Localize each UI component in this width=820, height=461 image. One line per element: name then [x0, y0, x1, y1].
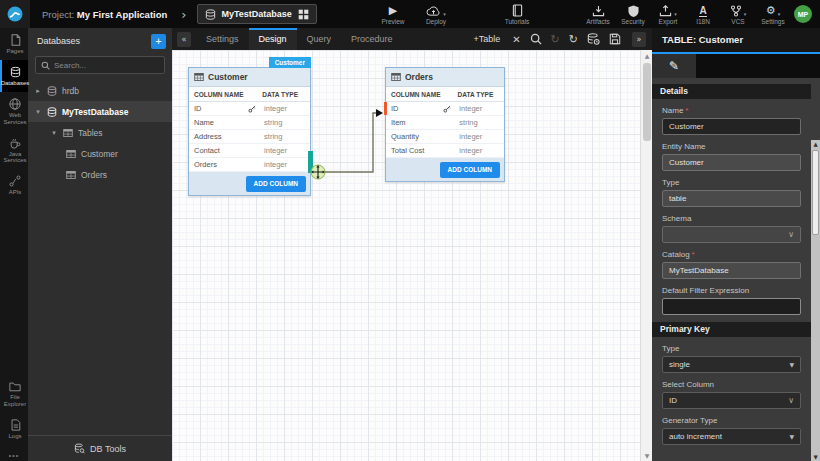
db-tools-icon — [74, 443, 85, 454]
schema-select[interactable]: ∨ — [662, 226, 801, 243]
search-icon[interactable] — [530, 33, 542, 45]
scroll-up-icon[interactable]: ▲ — [641, 52, 652, 59]
relation-drag-handle[interactable] — [308, 151, 313, 173]
app-logo[interactable] — [0, 0, 30, 28]
add-table-button[interactable]: +Table — [473, 34, 500, 44]
entity-name-input — [662, 154, 801, 171]
schema-canvas[interactable]: Customer Customer COLUMN NAMEDATA TYPE I… — [172, 50, 652, 461]
tree-item-mytestdatabase[interactable]: ▾ MyTestDatabase — [28, 101, 172, 122]
column-row-item[interactable]: Item string — [386, 116, 504, 130]
column-row-orders[interactable]: Orders integer — [189, 158, 310, 172]
search-input[interactable] — [54, 61, 159, 70]
log-file-icon — [10, 419, 21, 431]
column-row-total-cost[interactable]: Total Cost integer — [386, 144, 504, 158]
db-sync-icon[interactable] — [587, 33, 600, 45]
settings-button[interactable]: ⚙ ▾ Settings — [760, 0, 786, 28]
table-inspector-panel: TABLE: Customer ✎ Details Name* Entity N… — [652, 28, 820, 461]
grid-view-icon[interactable] — [298, 9, 309, 20]
entity-name-label: Entity Name — [662, 142, 801, 151]
expander-expanded-icon[interactable]: ▾ — [50, 129, 58, 137]
gear-icon: ⚙ — [766, 4, 776, 17]
scroll-down-icon[interactable]: ▼ — [641, 452, 652, 459]
table-card-orders[interactable]: Orders COLUMN NAMEDATA TYPE ID integer I… — [385, 67, 505, 182]
inspector-scrollbar[interactable]: ▲ ▼ — [811, 140, 820, 461]
refresh-icon[interactable]: ↻ — [569, 33, 578, 46]
column-row-id[interactable]: ID integer — [189, 102, 310, 116]
tree-item-tables[interactable]: ▾ Tables — [28, 122, 172, 143]
pencil-icon: ✎ — [669, 59, 679, 73]
table-card-header[interactable]: Customer — [189, 68, 310, 87]
security-button[interactable]: Security — [620, 0, 646, 28]
canvas-scrollbar[interactable]: ▲ ▼ — [640, 50, 652, 461]
export-button[interactable]: ▾ Export — [655, 0, 681, 28]
column-row-address[interactable]: Address string — [189, 130, 310, 144]
refresh-icon-disabled: ↻ — [551, 33, 560, 46]
db-tools-button[interactable]: DB Tools — [28, 435, 172, 461]
table-icon — [66, 170, 76, 180]
tab-design[interactable]: Design — [249, 28, 297, 50]
close-icon[interactable]: ✕ — [512, 34, 520, 45]
scroll-tabs-left-button[interactable]: « — [177, 32, 191, 47]
i18n-button[interactable]: A I18N — [690, 0, 716, 28]
scrollbar-thumb[interactable] — [812, 150, 819, 235]
databases-panel: Databases + ▸ hrdb ▾ MyTestDataba — [28, 28, 172, 461]
add-database-button[interactable]: + — [151, 34, 166, 49]
column-row-name[interactable]: Name string — [189, 116, 310, 130]
sidebar-item-web-services[interactable]: Web Services — [0, 92, 28, 131]
generator-type-select[interactable]: auto increment ▼ — [662, 428, 801, 445]
tree-item-hrdb[interactable]: ▸ hrdb — [28, 80, 172, 101]
catalog-label: Catalog* — [662, 250, 801, 259]
catalog-input — [662, 262, 801, 279]
add-column-button[interactable]: ADD COLUMN — [440, 162, 500, 178]
artifacts-button[interactable]: Artifacts — [585, 0, 611, 28]
tree-item-customer[interactable]: Customer — [28, 143, 172, 164]
sidebar-item-java-services[interactable]: Java Services — [0, 131, 28, 170]
coffee-cup-icon — [9, 137, 21, 149]
chevron-down-icon: ▾ — [674, 11, 677, 17]
more-options-icon[interactable]: ••• — [0, 452, 28, 459]
chevron-down-icon: ▾ — [443, 11, 446, 17]
vcs-button[interactable]: ▾ VCS — [725, 0, 751, 28]
table-card-header[interactable]: Orders — [386, 68, 504, 87]
tutorials-button[interactable]: Tutorials — [504, 0, 530, 28]
tab-query[interactable]: Query — [297, 28, 342, 50]
tab-settings[interactable]: Settings — [196, 28, 249, 50]
caret-down-icon: ▼ — [789, 361, 794, 368]
design-toolbar: « Settings Design Query Procedure +Table… — [172, 28, 652, 50]
expander-expanded-icon[interactable]: ▾ — [34, 108, 42, 116]
expander-collapsed-icon[interactable]: ▸ — [34, 87, 42, 95]
select-column-select[interactable]: ID ∨ — [662, 392, 801, 409]
edit-tab[interactable]: ✎ — [652, 54, 696, 78]
pk-type-select[interactable]: single ▼ — [662, 356, 801, 373]
download-tray-icon — [592, 5, 605, 17]
scrollbar-thumb[interactable] — [643, 63, 651, 141]
scroll-up-icon[interactable]: ▲ — [811, 141, 820, 147]
sidebar-item-apis[interactable]: APIs — [0, 169, 28, 201]
sidebar-item-pages[interactable]: Pages — [0, 28, 28, 60]
expand-panel-button[interactable]: » — [632, 32, 646, 47]
save-icon[interactable] — [609, 33, 621, 45]
default-filter-input[interactable] — [662, 298, 801, 315]
table-icon — [391, 72, 401, 82]
project-breadcrumb: Project: My First Application — [42, 9, 167, 20]
tab-procedure[interactable]: Procedure — [341, 28, 403, 50]
sidebar-item-databases[interactable]: Databases — [0, 60, 28, 92]
user-avatar[interactable]: MP — [794, 5, 812, 23]
database-tab[interactable]: MyTestDatabase — [197, 4, 317, 24]
shield-icon — [628, 5, 639, 17]
add-column-button[interactable]: ADD COLUMN — [246, 176, 306, 192]
sidebar-item-logs[interactable]: Logs — [0, 413, 28, 445]
scroll-down-icon[interactable]: ▼ — [811, 454, 820, 460]
table-card-customer[interactable]: Customer Customer COLUMN NAMEDATA TYPE I… — [188, 67, 311, 196]
column-row-contact[interactable]: Contact integer — [189, 144, 310, 158]
rail-bottom-group: File Explorer Logs — [0, 375, 28, 445]
sidebar-item-file-explorer[interactable]: File Explorer — [0, 375, 28, 413]
deploy-button[interactable]: ▾ Deploy — [423, 0, 449, 28]
chevron-down-icon: ▾ — [778, 11, 781, 17]
column-row-quantity[interactable]: Quantity integer — [386, 130, 504, 144]
topbar-left-actions: ▶ Preview ▾ Deploy Tutorials — [380, 0, 530, 28]
column-row-id[interactable]: ID integer — [386, 102, 504, 116]
tree-item-orders[interactable]: Orders — [28, 164, 172, 185]
name-input[interactable] — [662, 118, 801, 135]
preview-button[interactable]: ▶ Preview — [380, 0, 406, 28]
